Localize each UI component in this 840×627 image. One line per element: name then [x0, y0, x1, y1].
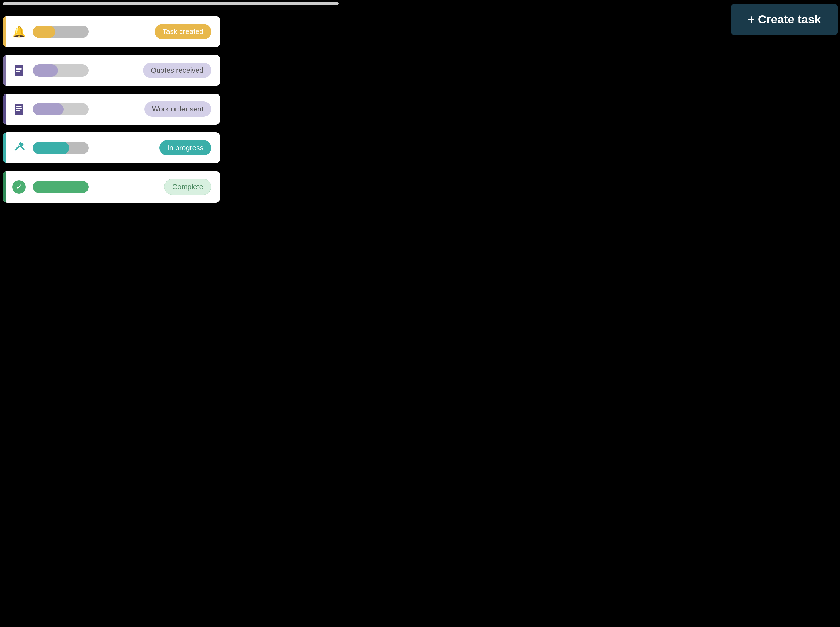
progress-fill-created [33, 26, 55, 38]
document-icon-quotes [12, 63, 26, 78]
card-left-created: 🔔 [12, 25, 88, 39]
page-wrapper: + Create task 🔔 Task created [0, 2, 840, 627]
main-content: 🔔 Task created [0, 11, 223, 213]
status-badge-inprogress: In progress [159, 140, 211, 156]
progress-fill-inprogress [33, 142, 69, 154]
svg-rect-6 [16, 108, 22, 109]
card-left-inprogress [12, 141, 88, 155]
progress-bar-complete [33, 181, 88, 193]
progress-bar-created [33, 26, 88, 38]
card-left-workorder [12, 102, 88, 117]
status-badge-workorder: Work order sent [144, 101, 211, 117]
svg-rect-8 [14, 145, 20, 151]
progress-bar-quotes [33, 65, 88, 77]
progress-fill-complete [33, 181, 88, 193]
task-card-inprogress[interactable]: In progress [3, 132, 220, 163]
status-badge-complete: Complete [164, 179, 211, 195]
task-card-workorder[interactable]: Work order sent [3, 94, 220, 124]
top-bar [3, 2, 339, 5]
document-icon-workorder [12, 102, 26, 117]
card-left-complete: ✓ [12, 180, 88, 194]
svg-rect-0 [15, 65, 23, 76]
svg-rect-3 [16, 71, 20, 72]
svg-rect-2 [16, 69, 22, 70]
card-left-quotes [12, 63, 88, 78]
task-card-created[interactable]: 🔔 Task created [3, 16, 220, 47]
bell-icon: 🔔 [12, 25, 26, 39]
progress-bar-inprogress [33, 142, 88, 154]
progress-fill-quotes [33, 65, 58, 77]
check-circle-icon: ✓ [12, 180, 26, 194]
progress-fill-workorder [33, 103, 63, 115]
create-task-button[interactable]: + Create task [731, 5, 838, 35]
svg-rect-5 [16, 106, 22, 107]
status-badge-quotes: Quotes received [143, 63, 211, 78]
svg-rect-7 [16, 110, 20, 110]
svg-rect-1 [16, 68, 22, 69]
tools-icon [12, 141, 26, 155]
status-badge-created: Task created [155, 24, 211, 39]
task-card-quotes[interactable]: Quotes received [3, 55, 220, 86]
svg-rect-4 [15, 104, 23, 115]
task-card-complete[interactable]: ✓ Complete [3, 171, 220, 203]
progress-bar-workorder [33, 103, 88, 115]
